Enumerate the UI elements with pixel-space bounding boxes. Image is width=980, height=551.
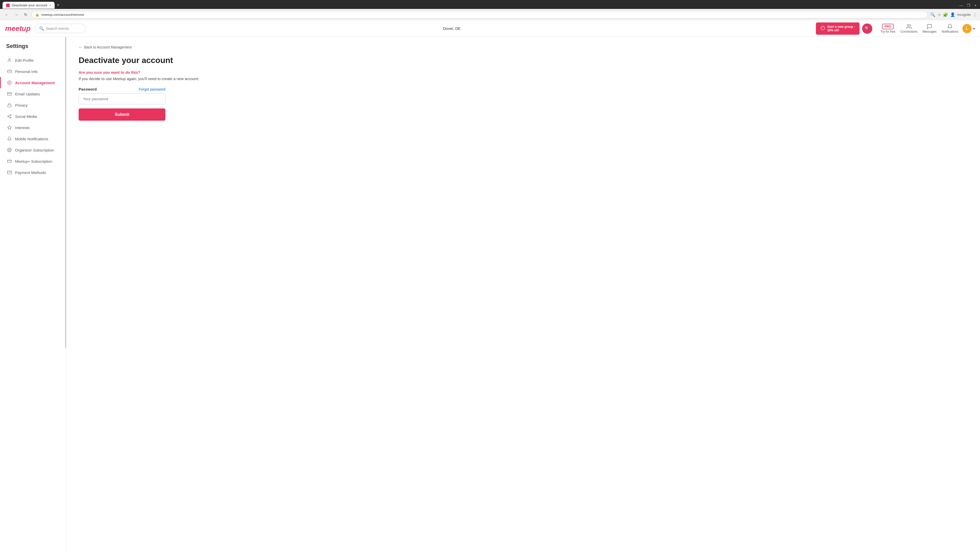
svg-point-7 <box>9 82 10 83</box>
lock-icon <box>7 103 12 108</box>
svg-point-9 <box>10 114 11 116</box>
browser-controls: ← → ↻ 🔒 meetup.com/account/remove 🔍 ☆ 🧩 … <box>0 9 980 21</box>
sidebar-item-label: Personal Info <box>15 69 38 74</box>
form-label-row: Password Forgot password <box>79 87 165 91</box>
more-options-icon[interactable]: ⋮ <box>973 12 977 17</box>
svg-line-13 <box>9 115 10 116</box>
password-input[interactable] <box>79 94 165 104</box>
sidebar-item-label: Account Management <box>15 81 55 85</box>
sidebar-item-organizer-subscription[interactable]: Organizer Subscription <box>0 144 66 156</box>
back-link-text: Back to Account Management <box>84 45 132 49</box>
back-button[interactable]: ← <box>3 11 10 18</box>
bookmark-icon[interactable]: ☆ <box>937 12 941 17</box>
forward-button[interactable]: → <box>13 11 20 18</box>
sidebar-item-account-management[interactable]: Account Management <box>0 77 66 88</box>
svg-line-12 <box>9 117 10 118</box>
search-placeholder: Search events <box>46 27 69 30</box>
notifications-icon <box>947 24 953 29</box>
sidebar-item-label: Social Media <box>15 114 37 119</box>
search-icon: 🔍 <box>39 26 44 31</box>
bell-icon <box>7 136 12 141</box>
sidebar-item-label: Email Updates <box>15 92 40 96</box>
sidebar-item-interests[interactable]: Interests <box>0 122 66 133</box>
warning-text: Are you sure you want to do this? <box>79 70 968 75</box>
tab-close-button[interactable]: × <box>49 3 51 7</box>
tab-title: Deactivate your account <box>12 3 47 7</box>
organizer-icon <box>7 148 12 152</box>
connections-icon <box>906 24 912 29</box>
search-browser-icon[interactable]: 🔍 <box>930 12 935 17</box>
user-avatar[interactable]: L <box>963 24 972 33</box>
email-icon <box>7 91 12 97</box>
pro-sub-label: Try for free <box>880 30 895 33</box>
pro-nav-item[interactable]: PRO Try for free <box>880 24 895 33</box>
browser-action-icons: 🔍 ☆ 🧩 👤 Incognito ⋮ <box>930 12 977 17</box>
svg-rect-5 <box>8 70 11 73</box>
sidebar-item-label: Meetup+ Subscription <box>15 159 52 164</box>
messages-icon <box>927 24 932 29</box>
meetup-logo[interactable]: meetup <box>5 24 30 33</box>
back-arrow-icon: ← <box>79 45 83 49</box>
gear-icon <box>7 80 12 85</box>
connections-nav-item[interactable]: Connections <box>900 24 918 33</box>
address-url: meetup.com/account/remove <box>41 13 924 17</box>
active-tab[interactable]: Deactivate your account × <box>3 2 55 9</box>
sidebar-item-email-updates[interactable]: Email Updates <box>0 88 66 100</box>
meetup-header: meetup 🔍 Search events Dover, DE Start a… <box>0 21 980 37</box>
credit-card-icon <box>7 170 12 175</box>
sidebar-item-label: Mobile Notifications <box>15 137 48 141</box>
search-bar[interactable]: 🔍 Search events <box>35 24 86 33</box>
sidebar-title: Settings <box>0 43 66 55</box>
window-maximize-button[interactable]: ❐ <box>966 2 971 8</box>
app-layout: Settings Edit Profile Personal Info Acco… <box>0 37 980 551</box>
header-user-area[interactable]: L ▾ <box>963 24 975 33</box>
notifications-nav-item[interactable]: Notifications <box>942 24 958 33</box>
header-search-button[interactable]: 🔍 <box>862 24 872 34</box>
address-bar[interactable]: 🔒 meetup.com/account/remove <box>32 11 928 18</box>
window-minimize-button[interactable]: — <box>958 2 964 8</box>
svg-rect-18 <box>7 171 12 174</box>
promo-banner[interactable]: Start a new group - 30% off! <box>816 22 859 35</box>
svg-point-15 <box>9 149 10 151</box>
svg-point-11 <box>10 117 11 118</box>
sidebar-item-social-media[interactable]: Social Media <box>0 111 66 122</box>
password-label: Password <box>79 87 97 91</box>
reload-button[interactable]: ↻ <box>22 11 29 18</box>
svg-rect-16 <box>8 160 11 163</box>
sidebar-item-label: Payment Methods <box>15 170 46 175</box>
tab-favicon <box>6 3 10 7</box>
page-title: Deactivate your account <box>79 56 968 65</box>
messages-label: Messages <box>923 30 937 33</box>
window-controls: — ❐ × <box>958 2 977 8</box>
new-tab-button[interactable]: + <box>55 2 62 9</box>
messages-nav-item[interactable]: Messages <box>923 24 937 33</box>
sidebar-item-privacy[interactable]: Privacy <box>0 100 66 111</box>
promo-icon <box>821 26 825 31</box>
connections-label: Connections <box>900 30 918 33</box>
sidebar-item-meetup-plus[interactable]: Meetup+ Subscription <box>0 156 66 167</box>
sidebar-item-edit-profile[interactable]: Edit Profile <box>0 55 66 66</box>
pro-badge: PRO <box>882 24 894 29</box>
header-nav: PRO Try for free Connections Messages No… <box>880 24 958 33</box>
svg-point-3 <box>907 24 909 26</box>
extensions-icon[interactable]: 🧩 <box>943 12 948 17</box>
sidebar-item-payment-methods[interactable]: Payment Methods <box>0 167 66 178</box>
svg-rect-8 <box>8 105 11 107</box>
sidebar-item-mobile-notifications[interactable]: Mobile Notifications <box>0 133 66 144</box>
notifications-label: Notifications <box>942 30 958 33</box>
sidebar-item-personal-info[interactable]: Personal Info <box>0 66 66 77</box>
forgot-password-link[interactable]: Forgot password <box>139 87 165 91</box>
scrollbar-thumb <box>65 37 66 348</box>
svg-point-4 <box>9 59 10 60</box>
back-link[interactable]: ← Back to Account Management <box>79 45 968 49</box>
star-icon <box>7 125 12 130</box>
chevron-down-icon[interactable]: ▾ <box>973 27 975 30</box>
submit-button[interactable]: Submit <box>79 108 165 121</box>
person-icon <box>7 58 12 63</box>
window-close-button[interactable]: × <box>974 2 977 8</box>
profile-icon[interactable]: 👤 <box>950 12 955 17</box>
browser-tab-bar: Deactivate your account × + — ❐ × <box>0 0 980 9</box>
promo-text: Start a new group - 30% off! <box>827 25 855 32</box>
info-text: If you decide to use Meetup again, you'l… <box>79 76 968 81</box>
svg-point-10 <box>8 116 9 117</box>
